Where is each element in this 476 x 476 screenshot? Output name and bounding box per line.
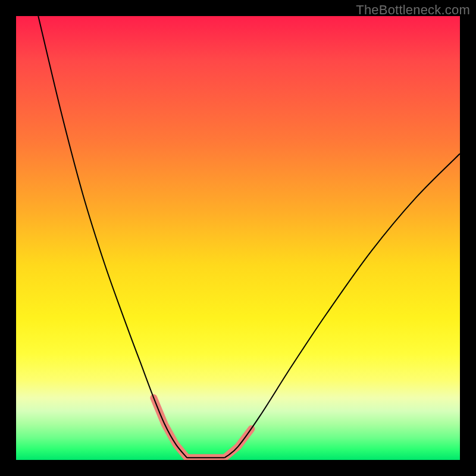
left-curve-path — [38, 16, 187, 458]
marker-left-path — [154, 398, 187, 458]
watermark-text: TheBottleneck.com — [356, 2, 470, 18]
chart-plot-area — [16, 16, 460, 460]
chart-svg — [16, 16, 460, 460]
chart-frame: TheBottleneck.com — [0, 0, 476, 476]
marker-right-path — [225, 429, 252, 458]
right-curve-path — [225, 154, 460, 458]
